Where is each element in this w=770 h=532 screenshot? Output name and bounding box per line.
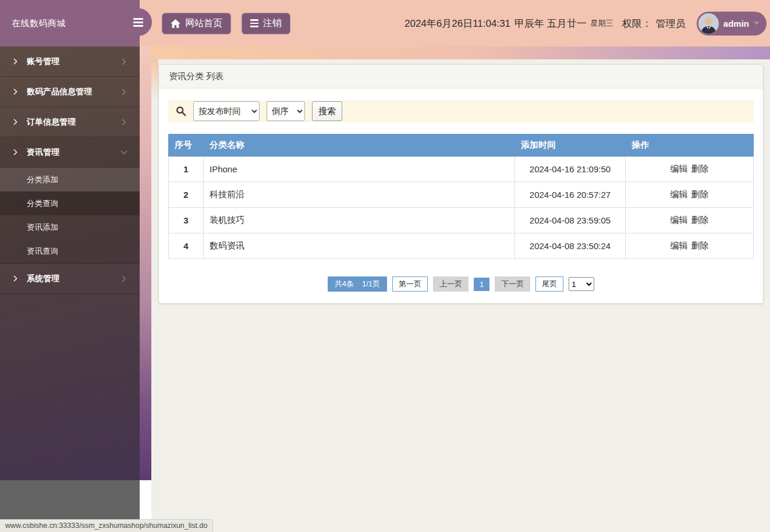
chevron-right-icon: [12, 58, 19, 65]
sidebar-section-news: 资讯管理 分类添加 分类查询 资讯添加 资讯查询: [0, 137, 140, 264]
header-index: 序号: [169, 134, 204, 157]
gutter-gradient: [151, 59, 158, 100]
chevron-right-icon: [120, 275, 128, 283]
chevron-right-icon: [12, 148, 19, 156]
lunar-date-text: 甲辰年 五月廿一: [514, 17, 587, 30]
category-name-cell: 装机技巧: [204, 208, 515, 233]
sidebar-subitem-category-query[interactable]: 分类查询: [0, 191, 140, 215]
app-logo-text: 在线数码商城: [12, 18, 66, 29]
pagination-summary: 共4条 1/1页: [328, 276, 387, 292]
panel-title: 资讯分类 列表: [159, 65, 763, 88]
table-row: 1 IPhone 2024-04-16 21:09:50 编辑删除: [169, 157, 754, 182]
avatar: [698, 13, 719, 34]
caret-down-icon: [754, 22, 760, 25]
table-row: 3 装机技巧 2024-04-08 23:59:05 编辑删除: [169, 208, 754, 233]
delete-link[interactable]: 删除: [691, 240, 709, 250]
hamburger-icon: [133, 18, 143, 20]
actions-cell: 编辑删除: [626, 233, 754, 259]
added-time-cell: 2024-04-16 21:09:50: [515, 157, 626, 182]
chevron-right-icon: [120, 118, 128, 126]
role-label: 权限：: [622, 17, 652, 30]
chevron-right-icon: [12, 118, 19, 126]
actions-cell: 编辑删除: [626, 157, 754, 182]
page-select[interactable]: 1: [569, 277, 594, 291]
pagination: 共4条 1/1页 第一页 上一页 1 下一页 尾页 1: [168, 276, 754, 292]
edit-link[interactable]: 编辑: [670, 189, 688, 199]
category-name-cell: 数码资讯: [204, 233, 515, 259]
row-index-cell: 1: [169, 157, 204, 182]
sort-order-select[interactable]: 倒序: [267, 101, 305, 121]
home-button-label: 网站首页: [185, 17, 222, 30]
first-page-button[interactable]: 第一页: [392, 276, 428, 292]
home-button[interactable]: 网站首页: [162, 13, 231, 34]
user-menu[interactable]: admin: [697, 12, 767, 36]
chevron-right-icon: [12, 275, 19, 282]
delete-link[interactable]: 删除: [691, 189, 709, 199]
sort-field-select[interactable]: 按发布时间: [193, 101, 260, 121]
sidebar-subitem-news-query[interactable]: 资讯查询: [0, 239, 140, 263]
chevron-right-icon: [120, 58, 128, 66]
actions-cell: 编辑删除: [626, 182, 754, 208]
sidebar-item-label: 资讯管理: [27, 147, 112, 158]
table-row: 2 科技前沿 2024-04-16 20:57:27 编辑删除: [169, 182, 754, 208]
page-indicator: 1/1页: [362, 279, 380, 289]
added-time-cell: 2024-04-08 23:50:24: [515, 233, 626, 259]
category-name-cell: 科技前沿: [204, 182, 515, 208]
total-count: 共4条: [335, 279, 354, 289]
sidebar-item-accounts[interactable]: 账号管理: [0, 47, 140, 77]
prev-page-button[interactable]: 上一页: [433, 276, 469, 292]
table-header-row: 序号 分类名称 添加时间 操作: [169, 134, 754, 157]
header-name: 分类名称: [204, 134, 515, 157]
sidebar-gradient-strip: [140, 47, 151, 480]
delete-link[interactable]: 删除: [691, 215, 709, 225]
sidebar-menu: 账号管理 数码产品信息管理 订单信息管理 资讯管理: [0, 47, 140, 294]
sidebar-subitem-category-add[interactable]: 分类添加: [0, 168, 140, 191]
sidebar-item-orders[interactable]: 订单信息管理: [0, 107, 140, 137]
panel-body: 按发布时间 倒序 搜索 序号 分类名称 添加时间 操作: [159, 88, 763, 301]
logout-button[interactable]: 注销: [242, 13, 290, 34]
delete-link[interactable]: 删除: [691, 164, 709, 173]
status-url-tooltip: www.csbishe.cn:33333/ssm_zxshumashop/shu…: [0, 519, 213, 532]
topbar: 网站首页 注销 2024年6月26日11:04:31 甲辰年 五月廿一 星期三 …: [140, 0, 770, 47]
added-time-cell: 2024-04-16 20:57:27: [515, 182, 626, 208]
next-page-button[interactable]: 下一页: [495, 276, 530, 292]
search-button[interactable]: 搜索: [312, 101, 342, 121]
submenu-label: 分类查询: [27, 198, 58, 209]
sidebar-item-news[interactable]: 资讯管理: [0, 137, 140, 168]
sidebar-item-products[interactable]: 数码产品信息管理: [0, 77, 140, 107]
table-row: 4 数码资讯 2024-04-08 23:50:24 编辑删除: [169, 233, 754, 259]
row-index-cell: 4: [169, 233, 204, 259]
edit-link[interactable]: 编辑: [670, 240, 688, 250]
username-text: admin: [723, 19, 749, 29]
app-logo: 在线数码商城: [0, 0, 140, 47]
category-name-cell: IPhone: [204, 157, 515, 182]
edit-link[interactable]: 编辑: [670, 215, 688, 225]
category-table: 序号 分类名称 添加时间 操作 1 IPhone 2024-04-16 21:0…: [168, 134, 754, 259]
sidebar-item-label: 账号管理: [27, 56, 112, 67]
submenu-label: 分类添加: [27, 175, 58, 185]
search-icon: [176, 106, 186, 116]
sidebar-subitem-news-add[interactable]: 资讯添加: [0, 215, 140, 239]
submenu-label: 资讯查询: [27, 246, 58, 257]
sidebar-item-system[interactable]: 系统管理: [0, 264, 140, 294]
sidebar-item-label: 订单信息管理: [27, 117, 112, 127]
topbar-info: 2024年6月26日11:04:31 甲辰年 五月廿一 星期三 权限： 管理员 …: [404, 12, 770, 36]
header-actions: 操作: [626, 134, 754, 157]
sidebar: 在线数码商城 账号管理 数码产品信息管理 订单信息管理 资: [0, 0, 140, 480]
screen: 在线数码商城 账号管理 数码产品信息管理 订单信息管理 资: [0, 0, 770, 532]
last-page-button[interactable]: 尾页: [535, 276, 563, 292]
sidebar-item-label: 系统管理: [27, 274, 112, 284]
weekday-text: 星期三: [591, 18, 613, 29]
current-page-button[interactable]: 1: [474, 278, 489, 291]
chevron-right-icon: [120, 88, 128, 96]
header-time: 添加时间: [515, 134, 626, 157]
search-bar: 按发布时间 倒序 搜索: [168, 100, 754, 122]
sidebar-item-label: 数码产品信息管理: [27, 87, 112, 97]
submenu-label: 资讯添加: [27, 222, 58, 233]
header-gradient-band: [151, 47, 770, 59]
edit-link[interactable]: 编辑: [670, 164, 688, 173]
row-index-cell: 2: [169, 182, 204, 208]
news-category-panel: 资讯分类 列表 按发布时间 倒序 搜索 序号: [158, 64, 764, 304]
sidebar-toggle-button[interactable]: [124, 8, 152, 36]
chevron-down-icon: [120, 148, 128, 157]
